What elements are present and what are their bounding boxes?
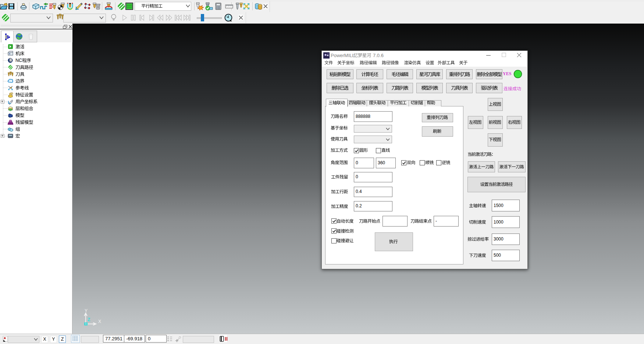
svg-text:Y: Y bbox=[85, 308, 88, 313]
svg-text:X: X bbox=[98, 319, 101, 324]
svg-text:Z: Z bbox=[88, 317, 90, 322]
